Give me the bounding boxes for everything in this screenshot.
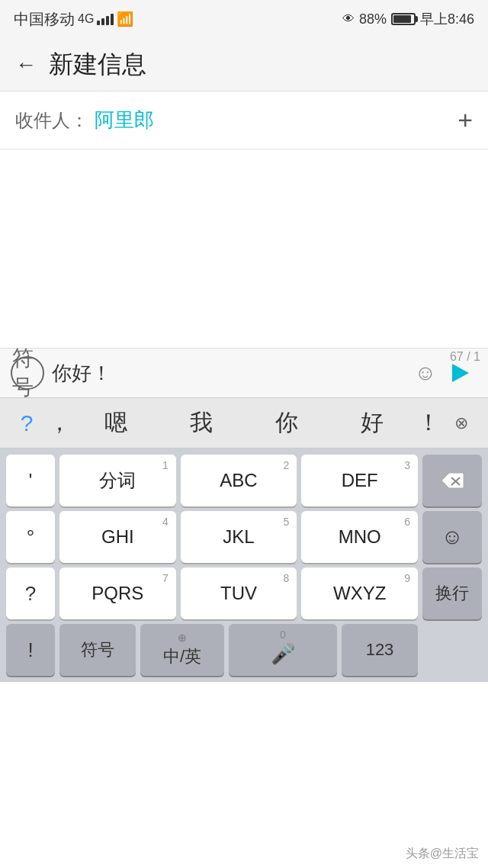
emoji-key[interactable]: ☺ [422,511,482,563]
key-2-abc[interactable]: 2 ABC [181,455,297,506]
left-special-column: ' ° ? [6,455,55,624]
key-8-tuv[interactable]: 8 TUV [181,567,297,619]
recipient-name[interactable]: 阿里郎 [95,107,451,133]
back-button[interactable]: ← [15,53,37,77]
char-count: 67 / 1 [450,350,480,364]
header: ← 新建信息 [0,38,488,92]
key-4-ghi[interactable]: 4 GHI [59,511,176,563]
suggestion-question[interactable]: ? [8,410,46,436]
signal-bars [97,14,114,25]
num-label-key: 123 [366,640,394,660]
recipient-row: 收件人： 阿里郎 + [0,92,488,149]
num-key[interactable]: 123 [342,624,418,676]
recipient-label: 收件人： [15,108,88,133]
eye-icon: 👁 [342,12,355,26]
keyboard-spacer [422,624,482,676]
language-key[interactable]: ⊕ 中/英 [140,624,224,676]
emoji-button[interactable]: ☺ [414,361,436,385]
key-apostrophe[interactable]: ' [6,455,55,506]
suggestion-word-4[interactable]: 好 [329,407,415,439]
suggestion-bar: ? ， 嗯 我 你 好 ！ ⊗ [0,397,488,448]
right-special-column: ☺ 换行 [422,455,482,624]
add-recipient-button[interactable]: + [458,105,473,135]
key-period[interactable]: ° [6,511,55,563]
keyboard-row-1: 1 分词 2 ABC 3 DEF [59,455,418,506]
key-6-mno[interactable]: 6 MNO [301,511,418,563]
lang-label: 中/英 [163,645,201,668]
suggestion-word-1[interactable]: 嗯 [73,407,159,439]
wifi-icon: 📶 [117,11,133,27]
key-0-space[interactable]: 0 🎤 [229,624,337,676]
suggestion-comma[interactable]: ， [46,407,73,439]
message-area[interactable] [0,149,488,348]
watermark: 头条@生活宝 [406,846,479,862]
status-right: 👁 88% 早上8:46 [342,10,474,28]
suggestion-delete-button[interactable]: ⊗ [442,413,480,433]
key-question[interactable]: ? [6,567,55,619]
send-icon [452,364,469,382]
key-exclaim[interactable]: ! [6,624,55,676]
suggestion-word-2[interactable]: 我 [159,407,244,439]
status-left: 中国移动 4G 📶 [14,9,133,30]
enter-label: 换行 [435,582,469,605]
suggestion-exclaim[interactable]: ！ [415,407,442,439]
enter-key[interactable]: 换行 [422,567,482,619]
keyboard-row-2: 4 GHI 5 JKL 6 MNO [59,511,418,563]
time-label: 早上8:46 [420,10,474,28]
message-input[interactable]: 你好！ [52,356,406,390]
key-7-pqrs[interactable]: 7 PQRS [59,567,176,619]
key-3-def[interactable]: 3 DEF [301,455,418,506]
symbol-key[interactable]: 符号 [59,624,136,676]
globe-icon: ⊕ [178,632,187,644]
keyboard-row-3: 7 PQRS 8 TUV 9 WXYZ [59,567,418,619]
key-1-fensi[interactable]: 1 分词 [59,455,176,506]
status-bar: 中国移动 4G 📶 👁 88% 早上8:46 [0,0,488,38]
page-title: 新建信息 [49,48,146,82]
keyboard-bottom-row: ! 符号 ⊕ 中/英 0 🎤 123 [3,624,485,676]
suggestion-word-3[interactable]: 你 [244,407,329,439]
attach-button[interactable]: 符号 [11,356,44,390]
carrier-label: 中国移动 [14,9,75,30]
symbol-label: 符号 [81,638,114,661]
key-5-jkl[interactable]: 5 JKL [181,511,297,563]
zero-num-label: 0 [280,628,286,641]
key-9-wxyz[interactable]: 9 WXYZ [301,567,418,619]
delete-key[interactable] [422,455,482,506]
battery-percent: 88% [359,11,387,27]
keyboard: ' ° ? 1 分词 2 ABC 3 DEF [0,448,488,682]
microphone-icon: 🎤 [271,642,295,666]
battery-indicator [391,13,416,25]
input-bar: 符号 你好！ ☺ 67 / 1 [0,348,488,397]
key-main-grid: 1 分词 2 ABC 3 DEF 4 GHI 5 [59,455,418,624]
signal-label: 4G [78,12,94,26]
